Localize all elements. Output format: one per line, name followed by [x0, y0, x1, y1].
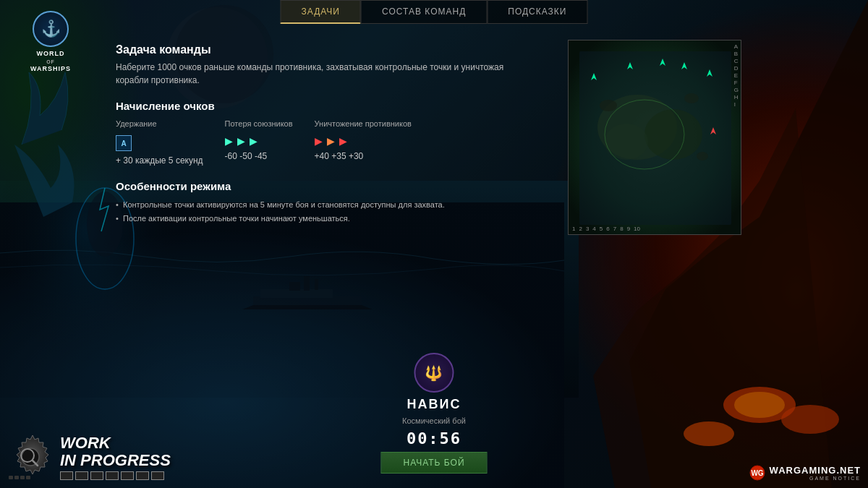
feature-item-1: Контрольные точки активируются на 5 мину…: [116, 198, 535, 212]
scoring-col-enemies: Уничтожение противников ▶ ▶ ▶ +40 +35 +3…: [315, 119, 412, 161]
svg-rect-34: [9, 476, 13, 479]
arrow-icon-3: ▶: [250, 135, 258, 147]
film-strip: [60, 471, 171, 480]
ship-name: НАВИС: [407, 397, 461, 412]
logo: ⚓ WORLD OF WARSHIPS: [11, 11, 90, 73]
svg-point-22: [600, 100, 617, 111]
tab-sostav[interactable]: СОСТАВ КОМАНД: [361, 0, 487, 24]
point-icon-a: A: [116, 135, 132, 151]
gear-icon: [7, 434, 54, 481]
bottom-center: 🔱 НАВИС Космический бой 00:56 НАЧАТЬ БОЙ: [380, 353, 487, 474]
mission-title: Задача команды: [116, 43, 535, 56]
svg-rect-37: [26, 476, 30, 479]
enemy-icon-2: ▶: [327, 135, 335, 147]
info-panel: Задача команды Наберите 1000 очков раньш…: [116, 43, 535, 225]
arrow-icon-1: ▶: [225, 135, 233, 147]
holding-values: + 30 каждые 5 секунд: [116, 155, 203, 166]
scoring-grid: Удержание A + 30 каждые 5 секунд Потеря …: [116, 119, 535, 166]
mission-description: Наберите 1000 очков раньше команды проти…: [116, 61, 535, 87]
enemy-icon-3: ▶: [339, 135, 347, 147]
wip-badge: WORK IN PROGRESS: [7, 434, 171, 481]
allies-values: -60 -50 -45: [225, 151, 293, 161]
ship-type: Космический бой: [402, 416, 466, 425]
logo-text: WORLD OF WARSHIPS: [11, 50, 90, 73]
enemies-label: Уничтожение противников: [315, 119, 412, 128]
start-battle-button[interactable]: НАЧАТЬ БОЙ: [380, 452, 487, 474]
logo-circle: ⚓: [33, 11, 69, 47]
tab-podskazki[interactable]: ПОДСКАЗКИ: [487, 0, 587, 24]
minimap-inner: A B C D E F G H I 1 2 3 4 5 6 7 8 9: [569, 40, 741, 234]
features-title: Особенности режима: [116, 180, 535, 192]
svg-point-19: [644, 109, 702, 160]
svg-point-31: [22, 448, 39, 466]
emblem-bg: 🔱: [414, 353, 454, 393]
minimap: A B C D E F G H I 1 2 3 4 5 6 7 8 9: [568, 40, 741, 235]
svg-point-23: [684, 93, 699, 103]
emblem-icon: 🔱: [425, 364, 443, 382]
wargaming-logo: WG WARGAMING.NET GAME NOTICE: [749, 465, 861, 481]
wip-text: WORK IN PROGRESS: [60, 435, 171, 480]
arrow-icon-2: ▶: [237, 135, 245, 147]
minimap-svg: [569, 40, 741, 235]
svg-text:WG: WG: [751, 469, 763, 477]
minimap-numbers: 1 2 3 4 5 6 7 8 9 10: [572, 226, 640, 232]
anchor-icon: ⚓: [41, 20, 61, 38]
enemy-icon-1: ▶: [315, 135, 323, 147]
holding-icons: A: [116, 135, 203, 151]
battle-timer: 00:56: [407, 429, 461, 448]
svg-point-20: [605, 124, 648, 160]
svg-point-24: [697, 152, 708, 160]
tab-zadachi[interactable]: ЗАДАЧИ: [281, 0, 361, 24]
svg-rect-35: [14, 476, 19, 479]
enemies-values: +40 +35 +30: [315, 151, 412, 161]
holding-label: Удержание: [116, 119, 203, 128]
svg-rect-36: [20, 476, 25, 479]
wg-logo-text: WARGAMING.NET GAME NOTICE: [770, 465, 861, 481]
allies-icons: ▶ ▶ ▶: [225, 135, 293, 147]
minimap-letters: A B C D E F G H I: [734, 44, 739, 108]
main-content: ⚓ WORLD OF WARSHIPS ЗАДАЧИ СОСТАВ КОМАНД…: [0, 0, 868, 488]
feature-item-2: После активации контрольные точки начина…: [116, 212, 535, 226]
enemies-icons: ▶ ▶ ▶: [315, 135, 412, 147]
scoring-col-allies: Потеря союзников ▶ ▶ ▶ -60 -50 -45: [225, 119, 293, 161]
scoring-title: Начисление очков: [116, 100, 535, 112]
scoring-col-holding: Удержание A + 30 каждые 5 секунд: [116, 119, 203, 166]
top-nav: ЗАДАЧИ СОСТАВ КОМАНД ПОДСКАЗКИ: [281, 0, 588, 24]
allies-label: Потеря союзников: [225, 119, 293, 128]
ship-emblem: 🔱: [414, 353, 454, 393]
wg-icon: WG: [749, 465, 765, 481]
